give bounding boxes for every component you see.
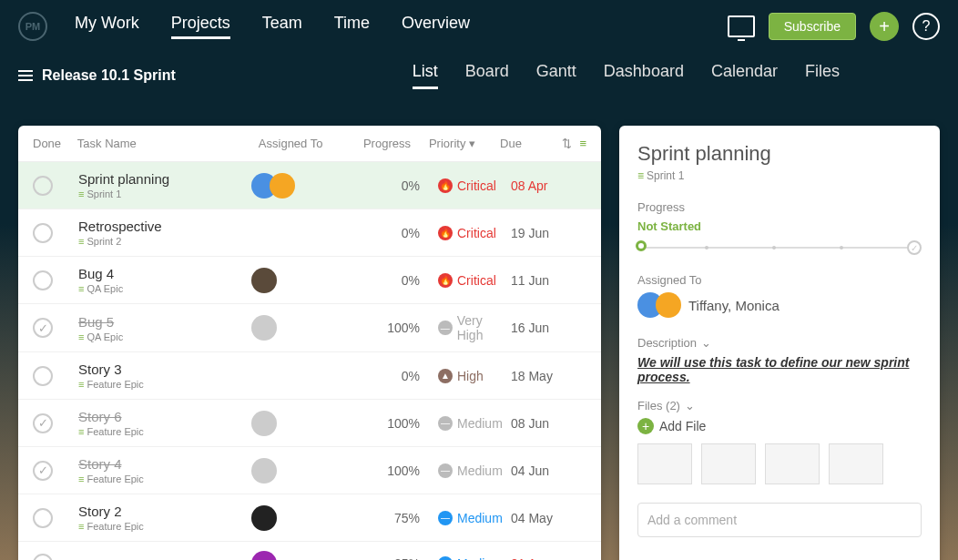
table-row[interactable]: Story 1 MS 25% — Medium 21 Apr [18,542,601,560]
task-tag[interactable]: Feature Epic [78,379,251,390]
progress-cell: 0% [342,178,420,193]
nav-team[interactable]: Team [262,14,302,39]
tab-files[interactable]: Files [805,62,840,89]
priority-cell[interactable]: 🔥 Critical [420,178,511,193]
progress-slider[interactable]: ✓ [637,240,922,255]
file-thumbnail[interactable] [637,443,692,484]
priority-label: Medium [457,463,503,478]
table-row[interactable]: Story 6 Feature Epic 100% — Medium 08 Ju… [18,400,601,447]
priority-cell[interactable]: 🔥 Critical [420,226,511,240]
priority-cell[interactable]: — Medium [420,556,511,560]
avatar [251,458,277,484]
task-tag[interactable]: QA Epic [78,331,251,342]
done-checkbox[interactable] [33,176,53,196]
priority-label: High [457,369,484,383]
sprint-title[interactable]: Release 10.1 Sprint [18,67,176,84]
table-row[interactable]: Story 2 Feature Epic 75% — Medium 04 May [18,494,601,542]
nav-mywork[interactable]: My Work [75,14,139,39]
file-thumbnail[interactable] [829,443,883,484]
tab-board[interactable]: Board [465,62,509,89]
done-checkbox[interactable] [33,366,53,386]
file-thumbnail[interactable] [701,443,756,484]
done-checkbox[interactable] [33,413,53,433]
tab-list[interactable]: List [413,62,438,89]
task-tag[interactable]: Sprint 1 [78,188,251,199]
task-tag[interactable]: Feature Epic [78,521,251,532]
nav-time[interactable]: Time [334,14,370,39]
comment-input[interactable]: Add a comment [637,503,922,537]
done-checkbox[interactable] [33,270,53,290]
table-row[interactable]: Story 4 Feature Epic 100% — Medium 04 Ju… [18,447,601,494]
due-cell: 19 Jun [511,226,575,240]
assigned-cell[interactable]: MS [251,551,342,560]
assigned-cell[interactable] [251,411,342,436]
progress-cell: 100% [342,416,420,431]
col-name: Task Name [77,137,247,150]
priority-label: Medium [457,511,503,525]
add-file-label: Add File [659,419,706,433]
table-row[interactable]: Retrospective Sprint 2 0% 🔥 Critical 19 … [18,209,601,257]
progress-handle-icon[interactable] [636,240,647,251]
progress-status: Not Started [637,219,922,233]
assigned-row[interactable]: Tiffany, Monica [637,292,922,318]
task-tag[interactable]: Feature Epic [78,473,251,484]
app-logo[interactable]: PM [18,12,47,41]
avatar [656,292,681,318]
done-checkbox[interactable] [33,318,53,338]
tab-calendar[interactable]: Calendar [711,62,778,89]
table-row[interactable]: Story 3 Feature Epic 0% ▲ High 18 May [18,352,601,400]
done-checkbox[interactable] [33,508,53,528]
priority-cell[interactable]: 🔥 Critical [420,273,511,288]
subscribe-button[interactable]: Subscribe [769,13,856,40]
topbar: PM My Work Projects Team Time Overview S… [0,0,958,53]
sort-icon[interactable]: ⇅ [562,137,572,150]
col-progress: Progress [335,137,411,150]
due-cell: 18 May [511,369,575,383]
col-priority[interactable]: Priority ▾ [411,137,500,150]
presentation-icon[interactable] [728,15,755,37]
task-tag[interactable]: QA Epic [78,283,251,294]
done-checkbox[interactable] [33,461,53,481]
done-checkbox[interactable] [33,223,53,243]
file-thumbnail[interactable] [765,443,820,484]
files-toggle[interactable]: Files (2) ⌄ [637,399,922,412]
task-name: Bug 5 [78,314,251,330]
table-row[interactable]: Sprint planning Sprint 1 0% 🔥 Critical 0… [18,162,601,209]
add-file-button[interactable]: + Add File [637,418,922,434]
assigned-cell[interactable] [251,315,342,341]
description-text[interactable]: We will use this task to define our new … [637,355,922,384]
menu-icon[interactable] [18,70,33,81]
tab-gantt[interactable]: Gantt [536,62,576,89]
filter-icon[interactable]: ≡ [579,137,586,150]
progress-cell: 25% [342,556,420,560]
done-checkbox[interactable] [33,554,53,560]
nav-overview[interactable]: Overview [402,14,470,39]
priority-cell[interactable]: — Medium [420,511,511,525]
complete-check-icon[interactable]: ✓ [907,240,922,255]
description-toggle[interactable]: Description ⌄ [637,336,922,350]
priority-cell[interactable]: — Very High [420,313,511,342]
content-area: Done Task Name Assigned To Progress Prio… [0,126,958,560]
table-row[interactable]: Bug 4 QA Epic 0% 🔥 Critical 11 Jun [18,257,601,304]
assigned-cell[interactable] [251,268,342,293]
assigned-cell[interactable] [251,173,342,199]
task-list-panel: Done Task Name Assigned To Progress Prio… [18,126,601,560]
priority-cell[interactable]: ▲ High [420,369,511,383]
add-button[interactable]: + [870,12,899,41]
assigned-cell[interactable] [251,458,342,484]
priority-icon: ▲ [438,369,453,383]
task-list-header: Done Task Name Assigned To Progress Prio… [18,126,601,162]
due-cell: 16 Jun [511,321,575,335]
assigned-cell[interactable] [251,505,342,531]
nav-projects[interactable]: Projects [171,14,230,39]
table-row[interactable]: Bug 5 QA Epic 100% — Very High 16 Jun [18,304,601,352]
tab-dashboard[interactable]: Dashboard [604,62,684,89]
task-tag[interactable]: Feature Epic [78,426,251,437]
priority-icon: — [438,321,453,335]
priority-cell[interactable]: — Medium [420,416,511,431]
detail-sprint-tag[interactable]: Sprint 1 [637,169,922,182]
help-icon[interactable]: ? [912,13,940,40]
priority-cell[interactable]: — Medium [420,463,511,478]
task-tag[interactable]: Sprint 2 [78,236,251,247]
main-nav: My Work Projects Team Time Overview [75,14,728,39]
